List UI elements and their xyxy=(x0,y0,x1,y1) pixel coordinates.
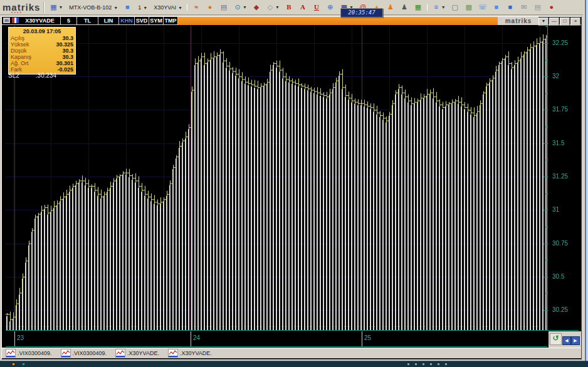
market-depth-icon[interactable]: ◆ xyxy=(250,1,263,13)
titlebar-field-svd[interactable]: SVD xyxy=(135,17,149,25)
titlebar-field-5[interactable]: 5 xyxy=(61,17,77,25)
titlebar-field-sym[interactable]: SYM xyxy=(149,17,164,25)
quote-info-row: Düşük30.3 xyxy=(11,48,73,54)
chart-nav-panel: ↺ ◀ ▶ xyxy=(549,331,581,348)
bell-icon[interactable]: ● xyxy=(545,1,558,13)
close-button[interactable]: × xyxy=(570,18,580,26)
window-icon: ■ xyxy=(123,3,132,11)
quote-board-icon[interactable]: ▤ xyxy=(218,1,230,13)
dropdown-arrow-icon[interactable]: ▼ xyxy=(178,6,182,10)
printer-icon[interactable]: ▤ xyxy=(532,1,544,13)
cascade-windows-icon: ▢ xyxy=(451,3,459,11)
messenger-icon[interactable]: ☏ xyxy=(476,1,489,13)
dropdown-arrow-icon[interactable]: ▼ xyxy=(143,6,147,10)
titlebar-field-tl[interactable]: TL xyxy=(77,17,98,25)
x-axis-date-label: 25 xyxy=(364,334,371,341)
price-chart-plot[interactable]: 32.253231.7531.531.253130.7530.530.25 20… xyxy=(6,26,579,331)
price-chart-canvas[interactable] xyxy=(6,26,579,331)
quote-label: Kapanış xyxy=(11,54,31,60)
symbol-select[interactable]: X30YVAI▼ xyxy=(150,1,184,14)
taskbar-icon[interactable] xyxy=(430,363,432,365)
day-separator-line xyxy=(191,331,191,346)
cascade-windows-icon[interactable]: ▢ xyxy=(449,1,461,13)
save-icon[interactable]: ▦▼ xyxy=(47,1,65,13)
titlebar-orange-band xyxy=(178,17,498,25)
target-icon[interactable]: ⊕ xyxy=(324,1,337,13)
chart-window-titlebar[interactable]: m X30YVADE5TLLINKHNSVDSYMTMP matriks ▾—□… xyxy=(2,17,581,25)
chart-tab-label: .X30YVADE. xyxy=(127,350,159,356)
titlebar-field-x30yvade[interactable]: X30YVADE xyxy=(19,17,61,25)
font-color-icon: A xyxy=(298,3,307,11)
printer-icon: ▤ xyxy=(533,3,542,11)
chart-tab-x30yvade[interactable]: .X30YVADE. xyxy=(115,349,159,358)
dropdown-arrow-icon[interactable]: ▼ xyxy=(275,5,280,9)
windows-taskbar-sliver[interactable] xyxy=(0,361,588,367)
panel-blue-icon[interactable]: ■ xyxy=(490,1,503,13)
image-icon[interactable]: ▩ xyxy=(463,1,475,13)
logo-dots-decoration: ▪▪▪▪ xyxy=(11,10,23,14)
y-axis-tick-label: 31.75 xyxy=(552,106,577,113)
clock-icon[interactable]: ⊙▼ xyxy=(231,1,249,13)
bold-icon[interactable]: B xyxy=(283,1,295,13)
toolbar-separator xyxy=(187,4,187,11)
page-select[interactable]: 1▼ xyxy=(135,1,149,14)
dropdown-arrow-icon[interactable]: ▼ xyxy=(243,5,247,9)
chart-window: m X30YVADE5TLLINKHNSVDSYMTMP matriks ▾—□… xyxy=(1,16,582,359)
line-chart-icon[interactable]: ≈ xyxy=(190,1,202,13)
titlebar-field-lin[interactable]: LIN xyxy=(98,17,119,25)
pie-chart-icon: ● xyxy=(206,3,214,11)
chart-tab-vix0300409[interactable]: .VIX0300409. xyxy=(61,349,107,358)
restore-button[interactable]: □ xyxy=(560,18,570,26)
target-icon: ⊕ xyxy=(326,3,335,11)
mini-chart-icon xyxy=(6,349,16,358)
panel-dark-icon[interactable]: ■ xyxy=(504,1,517,13)
bell-icon: ● xyxy=(547,3,556,11)
y-axis-tick-label: 32 xyxy=(552,73,577,80)
indicator-icon[interactable]: ≡▼ xyxy=(430,1,448,13)
font-color-icon[interactable]: A xyxy=(297,1,309,13)
quote-label: Düşük xyxy=(11,48,27,54)
titlebar-field-tmp[interactable]: TMP xyxy=(164,17,178,25)
mini-chart-icon xyxy=(61,349,71,358)
board-select[interactable]: MTX-VOB-B-102▼ xyxy=(66,1,120,14)
taskbar-icon[interactable] xyxy=(415,363,417,365)
taskbar-icon[interactable] xyxy=(13,363,14,365)
pie-chart-icon[interactable]: ● xyxy=(204,1,216,13)
cube-icon[interactable]: ◇▼ xyxy=(264,1,281,13)
users-icon[interactable]: ♟ xyxy=(384,1,397,13)
market-depth-icon: ◆ xyxy=(252,3,261,11)
scroll-right-button[interactable]: ▶ xyxy=(571,336,580,345)
window-icon[interactable]: ■ xyxy=(121,1,134,13)
day-separator-line xyxy=(14,331,15,346)
dropdown-arrow-icon[interactable]: ▼ xyxy=(58,5,63,9)
panel-dark-icon: ■ xyxy=(506,3,515,11)
user-icon[interactable]: ♟ xyxy=(398,1,411,13)
quote-value: 30.3 xyxy=(62,54,73,60)
taskbar-icon[interactable] xyxy=(407,363,409,365)
scroll-left-button[interactable]: ◀ xyxy=(562,336,571,345)
taskbar-icon[interactable] xyxy=(445,363,447,365)
taskbar-icon[interactable] xyxy=(423,363,424,365)
y-axis-tick-label: 32.25 xyxy=(552,39,577,46)
main-toolbar: matriks ▪▪▪▪ ▦▼MTX-VOB-B-102▼■1▼X30YVAI▼… xyxy=(0,0,588,15)
minimize-button[interactable]: — xyxy=(549,18,559,26)
y-axis-tick-label: 30.5 xyxy=(552,273,577,280)
dropdown-arrow-icon[interactable]: ▼ xyxy=(113,6,118,10)
titlebar-menu-button[interactable]: ▾ xyxy=(538,18,549,26)
underline-icon[interactable]: U xyxy=(310,1,323,13)
chart-tab-vix0300409[interactable]: .VIX0300409. xyxy=(6,349,52,358)
clock-tooltip: 20:35:47 xyxy=(340,8,383,18)
quote-info-row: Ağ. Ort30.301 xyxy=(11,60,73,66)
user-icon: ♟ xyxy=(400,3,409,11)
taskbar-icon[interactable] xyxy=(23,363,24,365)
refresh-button[interactable]: ↺ xyxy=(550,333,562,345)
chart-tab-label: .X30YVADE. xyxy=(180,350,212,356)
dropdown-arrow-icon[interactable]: ▼ xyxy=(441,5,446,9)
titlebar-field-khn[interactable]: KHN xyxy=(119,17,135,25)
mail-icon[interactable]: ✉ xyxy=(518,1,530,13)
calculator-icon[interactable]: ▦ xyxy=(412,1,424,13)
chart-tab-x30yvade[interactable]: .X30YVADE. xyxy=(168,349,212,358)
quote-value: 30.325 xyxy=(56,41,73,48)
quote-label: Yüksek xyxy=(11,41,29,48)
taskbar-icon[interactable] xyxy=(438,363,439,365)
